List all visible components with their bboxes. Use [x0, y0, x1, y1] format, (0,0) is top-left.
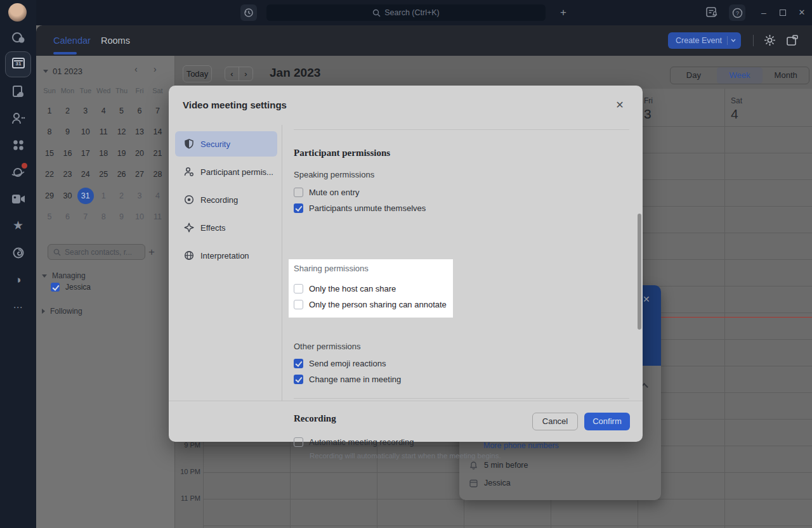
date-cell[interactable]: 18: [95, 145, 112, 162]
global-search-input[interactable]: Search (Ctrl+K): [266, 4, 546, 21]
avatar[interactable]: [8, 3, 27, 22]
modal-scrollbar[interactable]: [638, 214, 641, 330]
settings-gear-icon[interactable]: [763, 34, 776, 47]
mini-prev-button[interactable]: ‹: [134, 64, 138, 74]
maximize-icon[interactable]: [780, 10, 786, 16]
help-button[interactable]: ?: [729, 4, 745, 21]
date-cell[interactable]: 2: [113, 188, 131, 204]
date-cell[interactable]: 30: [58, 188, 76, 204]
group-following[interactable]: Following: [42, 307, 82, 316]
date-cell[interactable]: 3: [77, 103, 95, 119]
popup-close-icon[interactable]: ✕: [643, 294, 650, 304]
date-cell[interactable]: 9: [58, 124, 76, 140]
view-day[interactable]: Day: [671, 67, 717, 84]
view-week[interactable]: Week: [717, 67, 763, 84]
date-cell[interactable]: 8: [95, 209, 112, 225]
only-the-person-sharing-can-annotate-checkbox[interactable]: [294, 300, 303, 309]
moments-icon[interactable]: [0, 162, 36, 181]
plus-icon[interactable]: +: [553, 0, 573, 25]
messenger-icon[interactable]: [0, 29, 36, 48]
close-icon[interactable]: ✕: [793, 0, 811, 25]
date-cell[interactable]: 9: [113, 209, 131, 225]
docs-icon[interactable]: [0, 82, 36, 101]
date-cell[interactable]: 17: [77, 145, 95, 162]
date-cell[interactable]: 23: [58, 166, 76, 183]
date-cell[interactable]: 14: [148, 124, 166, 140]
contacts-icon[interactable]: [0, 109, 36, 128]
calendar-item-jessica[interactable]: Jessica: [51, 283, 91, 292]
announcement-icon[interactable]: [706, 7, 718, 18]
theme-icon[interactable]: ◑: [0, 271, 36, 290]
next-week-button[interactable]: ›: [239, 67, 252, 80]
prev-week-button[interactable]: ‹: [225, 67, 239, 80]
date-cell[interactable]: 10: [77, 124, 95, 140]
modal-close-icon[interactable]: ✕: [613, 98, 627, 112]
view-month[interactable]: Month: [763, 67, 809, 84]
modal-nav-security[interactable]: Security: [175, 131, 277, 157]
date-cell[interactable]: 5: [41, 209, 58, 225]
date-cell[interactable]: 16: [58, 145, 76, 162]
confirm-button[interactable]: Confirm: [584, 413, 630, 430]
date-cell[interactable]: 29: [41, 188, 58, 204]
date-cell[interactable]: 6: [58, 209, 76, 225]
participants-unmute-themselves-checkbox[interactable]: [294, 203, 303, 213]
date-cell[interactable]: 25: [95, 166, 112, 183]
more-phone-numbers-link[interactable]: More phone numbers: [483, 441, 559, 450]
chevron-down-icon[interactable]: [728, 38, 739, 43]
jessica-checkbox[interactable]: [51, 283, 60, 292]
mini-next-button[interactable]: ›: [154, 64, 157, 74]
date-cell[interactable]: 5: [113, 103, 131, 119]
date-cell[interactable]: 24: [77, 166, 95, 183]
video-icon[interactable]: [0, 190, 36, 209]
meetings-icon[interactable]: [0, 243, 36, 262]
date-cell[interactable]: 11: [95, 124, 112, 140]
sidebar-item-calendar[interactable]: 31: [5, 51, 31, 77]
side-panel-icon[interactable]: [787, 35, 798, 46]
date-cell[interactable]: 1: [95, 188, 112, 204]
create-event-button[interactable]: Create Event: [668, 32, 741, 49]
date-cell[interactable]: 7: [77, 209, 95, 225]
date-cell[interactable]: 6: [131, 103, 148, 119]
date-cell[interactable]: 2: [58, 103, 76, 119]
date-cell[interactable]: 28: [148, 166, 166, 183]
contact-search-input[interactable]: Search contacts, r...: [48, 244, 145, 260]
modal-nav-participant-permis-[interactable]: Participant permis...: [175, 159, 277, 184]
history-button[interactable]: [240, 4, 257, 21]
modal-nav-interpretation[interactable]: Interpretation: [175, 243, 277, 268]
date-cell[interactable]: 13: [131, 124, 148, 140]
tab-rooms[interactable]: Rooms: [101, 25, 130, 53]
modal-nav-recording[interactable]: Recording: [175, 187, 277, 212]
date-cell[interactable]: 15: [41, 145, 58, 162]
date-cell[interactable]: 27: [131, 166, 148, 183]
selected-date[interactable]: 31: [77, 188, 94, 204]
favorites-icon[interactable]: ★: [0, 216, 36, 235]
date-cell[interactable]: 8: [41, 124, 58, 140]
date-cell[interactable]: 1: [41, 103, 58, 119]
date-cell[interactable]: 11: [148, 209, 166, 225]
add-calendar-button[interactable]: +: [148, 246, 155, 259]
more-icon[interactable]: ⋯: [0, 298, 36, 317]
mute-on-entry-checkbox[interactable]: [294, 188, 303, 197]
cancel-button[interactable]: Cancel: [532, 413, 578, 430]
date-cell[interactable]: 31: [77, 188, 95, 204]
date-cell[interactable]: 19: [113, 145, 131, 162]
date-cell[interactable]: 20: [131, 145, 148, 162]
date-cell[interactable]: 12: [113, 124, 131, 140]
tab-calendar[interactable]: Calendar: [53, 25, 91, 53]
send-emoji-reactions-checkbox[interactable]: [294, 359, 303, 368]
today-button[interactable]: Today: [183, 65, 212, 82]
date-cell[interactable]: 22: [41, 166, 58, 183]
workplace-icon[interactable]: [0, 136, 36, 155]
modal-nav-effects[interactable]: Effects: [175, 215, 277, 240]
month-picker[interactable]: 01 2023: [43, 67, 82, 76]
date-cell[interactable]: 4: [148, 188, 166, 204]
date-cell[interactable]: 10: [131, 209, 148, 225]
group-managing[interactable]: Managing: [42, 271, 86, 280]
minimize-icon[interactable]: –: [755, 0, 773, 25]
date-cell[interactable]: 26: [113, 166, 131, 183]
change-name-in-meeting-checkbox[interactable]: [294, 375, 303, 384]
only-the-host-can-share-checkbox[interactable]: [294, 284, 303, 293]
date-cell[interactable]: 21: [148, 145, 166, 162]
date-cell[interactable]: 3: [131, 188, 148, 204]
date-cell[interactable]: 7: [148, 103, 166, 119]
